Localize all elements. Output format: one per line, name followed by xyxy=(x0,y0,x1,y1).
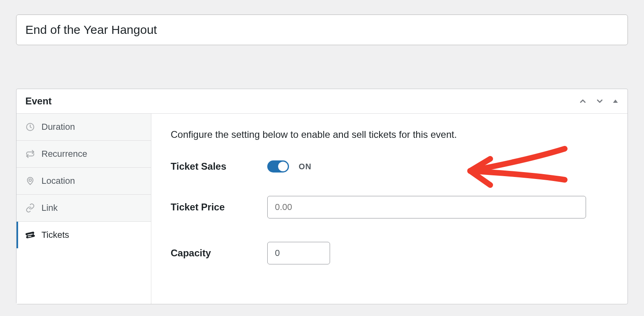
ticket-sales-state: ON xyxy=(299,162,312,171)
sidebar-item-recurrence[interactable]: Recurrence xyxy=(17,141,151,168)
event-tabs-sidebar: Duration Recurrence Location Link xyxy=(17,114,151,304)
event-title-wrap xyxy=(16,15,628,45)
chevron-up-icon[interactable] xyxy=(578,97,587,106)
chevron-down-icon[interactable] xyxy=(595,97,604,106)
capacity-input[interactable] xyxy=(267,242,330,264)
triangle-up-icon[interactable] xyxy=(612,98,619,104)
ticket-sales-row: Ticket Sales ON xyxy=(171,160,608,173)
ticket-price-row: Ticket Price xyxy=(171,196,608,218)
ticket-price-label: Ticket Price xyxy=(171,202,267,213)
repeat-icon xyxy=(25,149,36,159)
event-panel-body: Duration Recurrence Location Link xyxy=(17,114,627,304)
link-icon xyxy=(25,203,36,213)
event-panel: Event Duration xyxy=(16,89,628,304)
panel-header-controls xyxy=(578,97,619,106)
sidebar-item-label: Location xyxy=(41,176,75,186)
tickets-settings-pane: Configure the setting below to enable an… xyxy=(151,114,627,304)
sidebar-item-location[interactable]: Location xyxy=(17,168,151,195)
tickets-description: Configure the setting below to enable an… xyxy=(171,129,608,140)
clock-icon xyxy=(25,122,36,132)
sidebar-item-label: Recurrence xyxy=(41,149,87,159)
sidebar-item-label: Duration xyxy=(41,122,75,132)
ticket-icon xyxy=(25,230,36,240)
toggle-knob xyxy=(278,162,288,171)
sidebar-item-duration[interactable]: Duration xyxy=(17,114,151,141)
event-panel-title: Event xyxy=(25,96,52,107)
svg-point-2 xyxy=(29,179,31,181)
capacity-row: Capacity xyxy=(171,242,608,264)
sidebar-item-link[interactable]: Link xyxy=(17,195,151,222)
event-title-input[interactable] xyxy=(16,15,628,45)
sidebar-item-label: Tickets xyxy=(41,230,69,240)
sidebar-item-label: Link xyxy=(41,203,58,213)
pin-icon xyxy=(25,176,36,186)
ticket-sales-label: Ticket Sales xyxy=(171,161,267,172)
ticket-price-input[interactable] xyxy=(267,196,586,218)
capacity-label: Capacity xyxy=(171,247,267,259)
event-panel-header: Event xyxy=(17,89,627,114)
sidebar-item-tickets[interactable]: Tickets xyxy=(17,222,151,248)
svg-marker-0 xyxy=(613,100,618,103)
ticket-sales-toggle[interactable] xyxy=(267,160,289,173)
